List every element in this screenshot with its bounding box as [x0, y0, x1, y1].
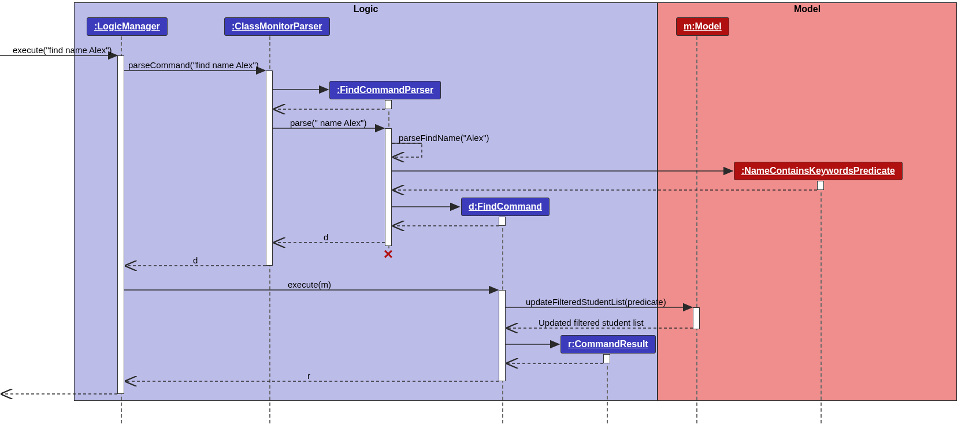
- msg-updated-list: Updated filtered student list: [537, 318, 645, 328]
- msg-update-filtered: updateFilteredStudentList(predicate): [525, 297, 667, 307]
- frame-title-model: Model: [794, 4, 821, 14]
- participant-model: m:Model: [676, 17, 729, 36]
- activation-find-command-1: [499, 217, 506, 226]
- participant-find-command-parser: :FindCommandParser: [329, 81, 441, 99]
- participant-logic-manager: :LogicManager: [87, 17, 168, 36]
- participant-class-monitor-parser: :ClassMonitorParser: [224, 17, 330, 36]
- activation-class-monitor-parser: [266, 70, 273, 266]
- activation-find-command-2: [499, 290, 506, 381]
- activation-command-result: [603, 354, 610, 363]
- participant-command-result: r:CommandResult: [560, 335, 656, 354]
- lifeline-model: [696, 36, 697, 423]
- activation-model: [693, 307, 700, 329]
- lifeline-predicate: [821, 181, 822, 423]
- frame-model: Model: [658, 2, 957, 401]
- msg-parse-command: parseCommand("find name Alex"): [127, 60, 260, 70]
- msg-d-1: d: [322, 232, 329, 242]
- msg-parse: parse(" name Alex"): [289, 118, 368, 128]
- participant-find-command: d:FindCommand: [461, 198, 550, 216]
- sequence-diagram: Logic Model :LogicManager :ClassMonitorP…: [0, 0, 980, 439]
- msg-parse-find-name: parseFindName("Alex"): [398, 133, 491, 143]
- activation-logic-manager: [117, 55, 124, 394]
- msg-execute-m: execute(m): [287, 280, 332, 289]
- destroy-icon: ×: [381, 247, 395, 261]
- activation-predicate: [817, 181, 824, 190]
- msg-execute-find: execute("find name Alex"): [12, 45, 113, 55]
- msg-r: r: [306, 371, 311, 381]
- lifeline-command-result: [607, 354, 608, 423]
- activation-find-command-parser-2: [385, 128, 392, 246]
- participant-predicate: :NameContainsKeywordsPredicate: [734, 162, 903, 180]
- activation-find-command-parser-1: [385, 100, 392, 109]
- frame-title-logic: Logic: [354, 4, 378, 14]
- msg-d-2: d: [192, 255, 199, 265]
